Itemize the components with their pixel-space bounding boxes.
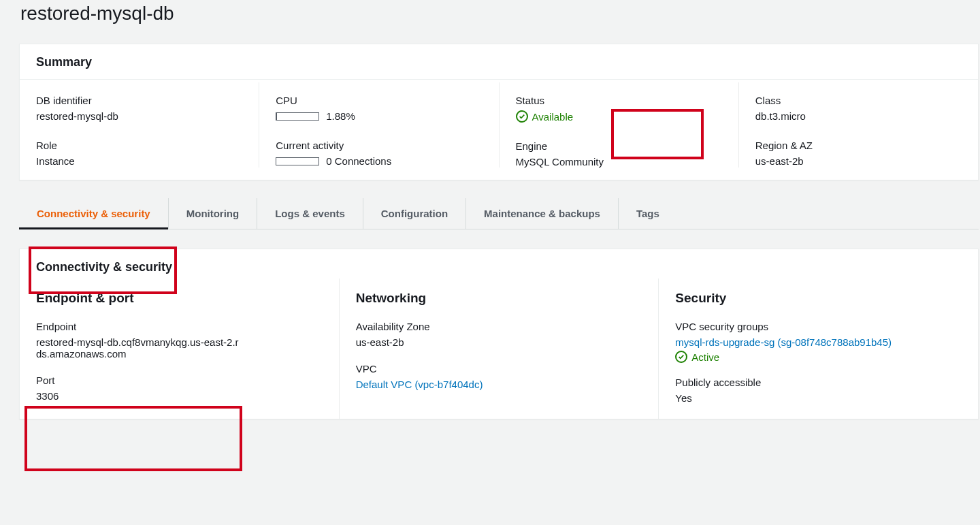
tab-logs[interactable]: Logs & events: [257, 198, 363, 229]
sg-label: VPC security groups: [675, 321, 962, 332]
az-value: us-east-2b: [356, 336, 642, 348]
cpu-value: 1.88%: [326, 110, 355, 122]
security-col: Security VPC security groups mysql-rds-u…: [658, 279, 978, 419]
networking-col: Networking Availability Zone us-east-2b …: [339, 279, 659, 419]
tab-monitoring[interactable]: Monitoring: [168, 198, 257, 229]
tab-configuration[interactable]: Configuration: [363, 198, 466, 229]
activity-value: 0 Connections: [326, 155, 391, 167]
status-label: Status: [516, 95, 722, 106]
public-value: Yes: [675, 392, 962, 404]
class-label: Class: [755, 95, 962, 106]
db-identifier-label: DB identifier: [36, 95, 242, 106]
db-identifier-value: restored-mysql-db: [36, 110, 242, 122]
role-value: Instance: [36, 155, 242, 167]
activity-label: Current activity: [276, 140, 482, 151]
tab-connectivity[interactable]: Connectivity & security: [19, 198, 168, 229]
endpoint-value: restored-mysql-db.cqf8vmanykqg.us-east-2…: [36, 336, 240, 360]
az-label: Availability Zone: [356, 321, 642, 332]
endpoint-port-header: Endpoint & port: [36, 291, 323, 306]
engine-label: Engine: [516, 140, 722, 152]
vpc-label: VPC: [356, 363, 642, 375]
public-label: Publicly accessible: [675, 377, 962, 388]
port-value: 3306: [36, 390, 323, 402]
summary-panel: Summary DB identifier restored-mysql-db …: [19, 44, 979, 180]
security-header: Security: [675, 291, 962, 306]
region-label: Region & AZ: [755, 140, 962, 151]
summary-header: Summary: [36, 55, 962, 69]
connectivity-header: Connectivity & security: [36, 260, 962, 274]
role-label: Role: [36, 140, 242, 151]
class-value: db.t3.micro: [755, 110, 962, 122]
cpu-bar: [276, 112, 319, 121]
endpoint-label: Endpoint: [36, 321, 323, 332]
sg-link[interactable]: mysql-rds-upgrade-sg (sg-08f748c788ab91b…: [675, 336, 962, 348]
tab-tags[interactable]: Tags: [618, 198, 677, 229]
tabs-row: Connectivity & security Monitoring Logs …: [19, 198, 979, 229]
region-value: us-east-2b: [755, 155, 962, 167]
vpc-link[interactable]: Default VPC (vpc-b7f404dc): [356, 379, 642, 390]
check-circle-icon: [516, 110, 528, 123]
endpoint-port-col: Endpoint & port Endpoint restored-mysql-…: [20, 279, 339, 419]
summary-col-class: Class db.t3.micro Region & AZ us-east-2b: [738, 82, 978, 168]
activity-bar: [276, 157, 319, 165]
networking-header: Networking: [356, 291, 642, 306]
tab-maintenance[interactable]: Maintenance & backups: [466, 198, 618, 229]
cpu-label: CPU: [276, 95, 482, 106]
port-label: Port: [36, 375, 323, 386]
page-title: restored-mysql-db: [0, 0, 980, 25]
engine-value: MySQL Community: [516, 156, 722, 168]
check-circle-icon: [675, 351, 687, 363]
connectivity-panel: Connectivity & security Endpoint & port …: [19, 249, 979, 419]
summary-col-metrics: CPU 1.88% Current activity 0 Connections: [259, 82, 498, 168]
summary-col-identity: DB identifier restored-mysql-db Role Ins…: [20, 82, 259, 168]
sg-status: Active: [691, 351, 719, 363]
summary-col-status: Status Available Engine MySQL Community: [499, 82, 738, 168]
status-value: Available: [532, 111, 574, 123]
